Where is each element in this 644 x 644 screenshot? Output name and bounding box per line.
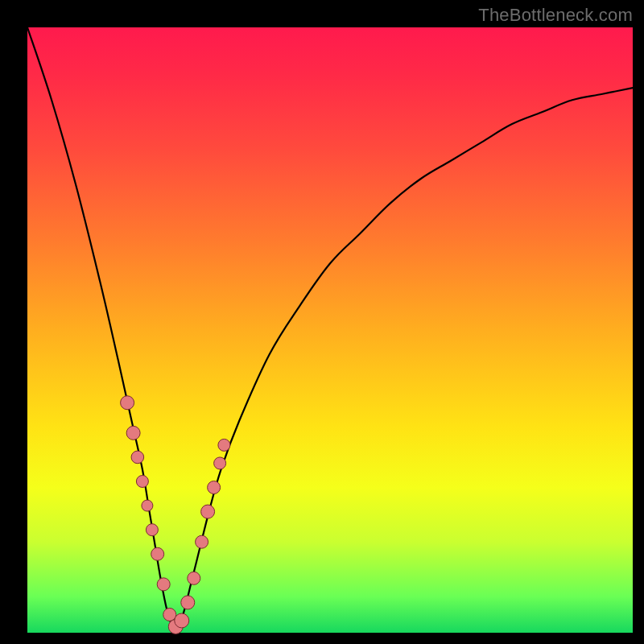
- curve-marker: [163, 608, 176, 621]
- curve-marker: [131, 451, 144, 464]
- curve-marker: [157, 578, 170, 591]
- curve-marker: [136, 476, 148, 488]
- curve-marker: [218, 439, 230, 451]
- curve-marker: [196, 535, 208, 548]
- curve-marker: [175, 613, 189, 628]
- curve-marker: [146, 524, 158, 536]
- curve-marker: [201, 505, 215, 518]
- curve-marker: [188, 572, 200, 584]
- curve-marker: [214, 457, 226, 469]
- curve-marker: [151, 547, 164, 560]
- curve-marker: [208, 481, 221, 494]
- chart-svg: [27, 27, 633, 633]
- bottleneck-curve: [27, 27, 633, 630]
- curve-marker: [121, 396, 134, 410]
- chart-frame: TheBottleneck.com: [0, 0, 644, 644]
- plot-area: [27, 27, 633, 633]
- curve-marker: [181, 596, 195, 609]
- curve-marker: [142, 500, 153, 511]
- curve-markers: [121, 396, 230, 634]
- curve-marker: [126, 426, 140, 440]
- watermark-text: TheBottleneck.com: [478, 5, 633, 26]
